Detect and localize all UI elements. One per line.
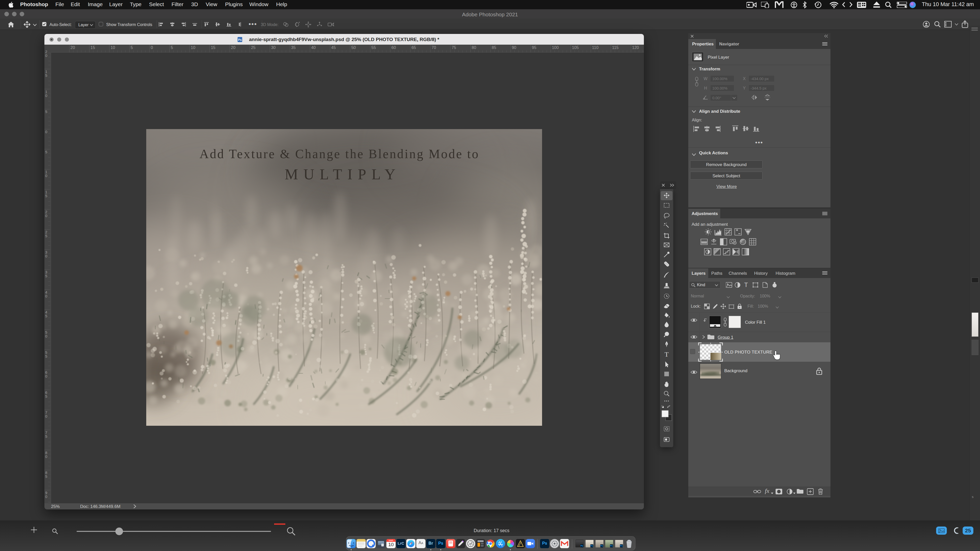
svg-text:110: 110 xyxy=(592,45,599,50)
svg-text:15: 15 xyxy=(91,45,95,50)
svg-text:25: 25 xyxy=(251,45,256,50)
svg-text:5: 5 xyxy=(45,354,47,359)
svg-text:10: 10 xyxy=(110,45,115,50)
svg-text:5: 5 xyxy=(45,274,47,278)
svg-text:5: 5 xyxy=(45,434,47,438)
svg-text:5: 5 xyxy=(45,150,47,154)
svg-text:10: 10 xyxy=(191,45,196,50)
svg-text:5: 5 xyxy=(45,110,47,114)
svg-text:0: 0 xyxy=(45,173,47,178)
svg-text:0: 0 xyxy=(45,94,47,98)
svg-text:45: 45 xyxy=(331,45,336,50)
svg-text:5: 5 xyxy=(130,45,133,50)
svg-text:5: 5 xyxy=(45,194,47,198)
svg-text:105: 105 xyxy=(572,45,579,50)
svg-text:0: 0 xyxy=(45,213,47,218)
svg-text:0: 0 xyxy=(45,130,47,134)
svg-text:100: 100 xyxy=(552,45,558,50)
svg-text:0: 0 xyxy=(45,254,47,258)
svg-text:0: 0 xyxy=(45,334,47,338)
svg-text:70: 70 xyxy=(431,45,436,50)
svg-text:65: 65 xyxy=(411,45,416,50)
svg-text:Add Texture & Change the Blend: Add Texture & Change the Blending Mode t… xyxy=(200,147,479,161)
svg-text:5: 5 xyxy=(45,394,47,399)
svg-text:5: 5 xyxy=(45,233,47,238)
svg-text:0: 0 xyxy=(151,45,153,50)
svg-text:0: 0 xyxy=(45,374,47,378)
svg-text:50: 50 xyxy=(351,45,356,50)
svg-text:20: 20 xyxy=(231,45,235,50)
svg-text:0: 0 xyxy=(45,53,47,58)
svg-text:T: T xyxy=(665,351,669,358)
svg-text:5: 5 xyxy=(45,314,47,318)
svg-text:0: 0 xyxy=(45,494,47,499)
svg-text:30: 30 xyxy=(271,45,275,50)
svg-text:5: 5 xyxy=(171,45,173,50)
svg-text:60: 60 xyxy=(391,45,396,50)
svg-text:55: 55 xyxy=(371,45,376,50)
svg-text:0: 0 xyxy=(45,294,47,298)
svg-text:95: 95 xyxy=(532,45,536,50)
svg-text:120: 120 xyxy=(632,45,639,50)
svg-text:35: 35 xyxy=(291,45,296,50)
svg-text:85: 85 xyxy=(492,45,496,50)
svg-text:5: 5 xyxy=(45,474,47,478)
svg-text:75: 75 xyxy=(452,45,456,50)
svg-text:80: 80 xyxy=(472,45,476,50)
svg-text:115: 115 xyxy=(612,45,619,50)
svg-text:90: 90 xyxy=(512,45,516,50)
svg-text:T: T xyxy=(744,282,748,288)
svg-text:0: 0 xyxy=(45,414,47,418)
svg-text:5: 5 xyxy=(45,73,47,78)
svg-text:40: 40 xyxy=(311,45,316,50)
svg-text:15: 15 xyxy=(211,45,215,50)
svg-text:MULTIPLY: MULTIPLY xyxy=(285,166,401,183)
svg-text:0: 0 xyxy=(45,454,47,459)
svg-text:20: 20 xyxy=(70,45,75,50)
